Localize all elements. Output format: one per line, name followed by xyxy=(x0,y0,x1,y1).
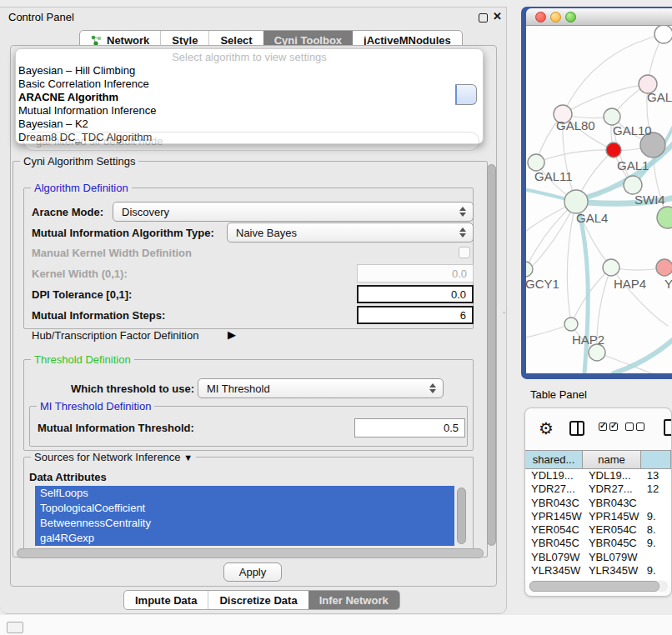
splitter-resize-handle[interactable]: ◦ xyxy=(503,308,509,314)
mi-type-value: Naive Bayes xyxy=(236,227,297,239)
cyni-mode-tabs: Impute DataDiscretize DataInfer Network xyxy=(123,590,400,610)
settings-vertical-scrollbar[interactable] xyxy=(487,164,496,546)
combo-stepper-icon xyxy=(459,228,466,238)
minimize-window-icon[interactable] xyxy=(550,12,561,22)
tab-impute-data[interactable]: Impute Data xyxy=(124,591,208,609)
mi-type-combo[interactable]: Naive Bayes xyxy=(227,222,474,242)
network-node-gal11[interactable] xyxy=(528,154,544,171)
network-node-gcy1[interactable] xyxy=(526,262,533,277)
tab-discretize-data[interactable]: Discretize Data xyxy=(208,591,308,609)
data-attribute-item[interactable]: BetweennessCentrality xyxy=(35,516,454,531)
table-source-combo[interactable]: gal-filtered sif default node xyxy=(23,132,479,151)
network-node-gal10[interactable] xyxy=(604,108,620,125)
network-node-gal1[interactable] xyxy=(606,142,621,158)
network-node-swi4[interactable] xyxy=(624,176,642,194)
close-window-icon[interactable] xyxy=(535,12,546,22)
network-node[interactable] xyxy=(654,26,672,43)
float-panel-icon[interactable] xyxy=(479,13,488,22)
table-panel-title: Table Panel xyxy=(530,388,587,401)
mi-steps-label: Mutual Information Steps: xyxy=(32,309,165,322)
table-cell: 9. xyxy=(641,537,671,550)
table-toolbar: ⚙ xyxy=(525,417,671,443)
network-node-gal4[interactable] xyxy=(564,190,588,213)
mi-threshold-field[interactable]: 0.5 xyxy=(354,418,465,438)
aracne-mode-value: Discovery xyxy=(122,206,169,218)
table-column-header[interactable] xyxy=(641,451,671,468)
export-table-icon[interactable] xyxy=(664,419,672,436)
data-attribute-item[interactable]: SelfLoops xyxy=(35,486,454,501)
table-cell: YBL079W xyxy=(583,551,641,564)
algorithm-option[interactable]: ARACNE Algorithm xyxy=(16,91,483,104)
sources-group-title: Sources for Network Inference ▼ xyxy=(31,451,196,463)
network-node-label: GAL xyxy=(647,90,672,104)
network-edge xyxy=(579,212,588,373)
network-node-hap4[interactable] xyxy=(603,259,619,276)
hub-expand-arrow-icon[interactable]: ▶ xyxy=(228,328,236,341)
data-attribute-item[interactable]: TopologicalCoefficient xyxy=(35,501,454,516)
table-cell: YIL052C xyxy=(525,578,583,580)
table-row[interactable]: YDL19...YDL19...13 xyxy=(525,469,671,482)
network-node-label: GCY1 xyxy=(526,277,559,291)
table-header-row: shared...name xyxy=(525,450,671,469)
apply-button[interactable]: Apply xyxy=(223,562,282,582)
algorithm-option[interactable]: Basic Correlation Inference xyxy=(16,78,483,91)
kernel-width-label: Kernel Width (0,1): xyxy=(32,268,128,280)
network-node[interactable] xyxy=(589,344,605,361)
table-cell: 8. xyxy=(641,523,671,537)
table-cell: 12 xyxy=(641,482,671,496)
table-column-header[interactable]: name xyxy=(583,451,641,468)
which-threshold-value: MI Threshold xyxy=(207,382,270,395)
table-cell: YDL19... xyxy=(583,469,641,482)
deselect-all-columns-icon[interactable] xyxy=(625,422,644,431)
network-node-label: GAL10 xyxy=(613,123,652,138)
tab-infer-network[interactable]: Infer Network xyxy=(308,591,399,609)
table-row[interactable]: YER054CYER054C8. xyxy=(525,523,671,537)
dpi-tolerance-label: DPI Tolerance [0,1]: xyxy=(32,288,132,301)
which-threshold-combo[interactable]: MI Threshold xyxy=(198,378,444,398)
table-row[interactable]: YBR043CYBR043C xyxy=(525,497,671,510)
settings-horizontal-scrollbar[interactable] xyxy=(17,548,484,558)
sources-collapse-arrow-icon[interactable]: ▼ xyxy=(183,452,193,462)
mi-steps-field[interactable]: 6 xyxy=(357,306,474,324)
network-node-label: GAL1 xyxy=(617,158,649,172)
table-row[interactable]: YPR145WYPR145W9. xyxy=(525,510,671,523)
table-row[interactable]: YLR345WYLR345W9. xyxy=(525,564,671,578)
collapsed-panel-button[interactable] xyxy=(7,622,23,633)
algorithm-option[interactable]: Bayesian – K2 xyxy=(16,118,483,131)
columns-icon[interactable] xyxy=(569,421,584,436)
network-node-y[interactable] xyxy=(656,259,672,276)
table-cell: YBR045C xyxy=(583,537,641,550)
attributes-list-scrollbar[interactable] xyxy=(457,488,466,544)
table-row[interactable]: YDR27...YDR27...12 xyxy=(525,482,671,496)
kernel-width-field[interactable]: 0.0 xyxy=(357,264,474,282)
gear-icon[interactable]: ⚙ xyxy=(539,418,554,438)
data-attribute-item[interactable]: gal4RGexp xyxy=(35,531,454,546)
algorithm-option[interactable]: Bayesian – Hill Climbing xyxy=(16,64,483,78)
control-panel: Control Panel ✕ NetworkStyleSelectCyni T… xyxy=(0,7,507,614)
network-node-label: GAL11 xyxy=(534,169,573,183)
network-edge xyxy=(614,338,672,373)
select-all-columns-icon[interactable] xyxy=(599,422,618,431)
table-cell: YDR27... xyxy=(583,482,641,496)
close-panel-icon[interactable]: ✕ xyxy=(493,10,502,22)
network-node[interactable] xyxy=(657,207,672,228)
table-cell: YBL079W xyxy=(525,551,583,564)
zoom-window-icon[interactable] xyxy=(565,12,576,22)
network-node-label: Y xyxy=(664,277,672,291)
table-column-header[interactable]: shared... xyxy=(525,451,583,468)
table-row[interactable]: YIL052CYIL052C0 xyxy=(525,578,671,580)
table-row[interactable]: YBR045CYBR045C9. xyxy=(525,537,671,550)
combo-stepper-peek[interactable] xyxy=(455,84,477,105)
network-node-hap2[interactable] xyxy=(564,318,578,331)
algorithm-dropdown-popup: Select algorithm to view settings Bayesi… xyxy=(15,48,484,144)
dpi-tolerance-field[interactable]: 0.0 xyxy=(357,285,474,303)
algorithm-option[interactable]: Mutual Information Inference xyxy=(16,104,483,118)
table-scrollbar-thumb[interactable] xyxy=(529,581,659,592)
algorithm-definition-title: Algorithm Definition xyxy=(31,182,132,194)
aracne-mode-combo[interactable]: Discovery xyxy=(113,202,474,222)
network-canvas[interactable]: GALGAL80GAL10GAL1GAL11SWI4GAL4GCY1HAP4YH… xyxy=(526,26,672,373)
manual-kernel-checkbox[interactable] xyxy=(459,247,470,258)
network-node-label: SWI4 xyxy=(634,192,665,207)
table-row[interactable]: YBL079WYBL079W xyxy=(525,551,671,564)
table-cell: 9. xyxy=(641,564,671,578)
